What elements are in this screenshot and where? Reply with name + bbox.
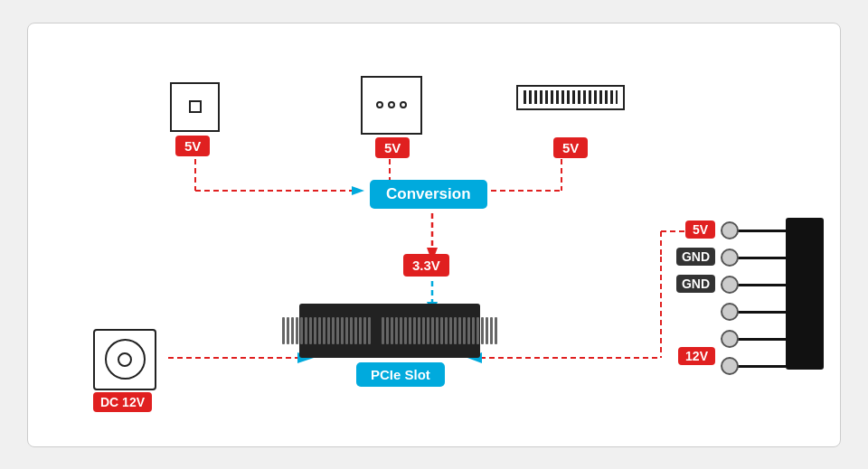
connector-line-4 <box>736 311 786 314</box>
badge-gnd1: GND <box>676 248 715 266</box>
badge-5v-right: 5V <box>553 137 588 158</box>
badge-33v: 3.3V <box>403 254 449 277</box>
diagram-container: 5V 5V 5V Conversion 3.3V <box>27 23 841 447</box>
badge-5v-center: 5V <box>375 137 410 158</box>
badge-dc12v: DC 12V <box>93 392 152 412</box>
connector-body <box>786 218 824 370</box>
connector-line-6 <box>736 365 786 368</box>
dc12v-icon <box>93 329 156 390</box>
pin-3 <box>721 276 739 294</box>
connector-line-3 <box>736 284 786 286</box>
badge-5v-connector: 5V <box>685 220 715 239</box>
device-icon-center <box>361 76 422 135</box>
device-icon-right <box>516 85 625 110</box>
badge-12v: 12V <box>678 347 715 365</box>
pin-6 <box>721 357 739 375</box>
conversion-badge: Conversion <box>370 180 487 209</box>
pcie-slot <box>299 304 480 358</box>
connector-line-5 <box>736 338 786 341</box>
pcie-slot-label: PCIe Slot <box>356 362 445 387</box>
pin-1 <box>721 221 739 239</box>
pin-2 <box>721 249 739 267</box>
pin-5 <box>721 330 739 348</box>
pin-4 <box>721 303 739 321</box>
badge-gnd2: GND <box>676 275 715 293</box>
badge-5v-left: 5V <box>175 136 210 156</box>
connector-line-2 <box>736 257 786 259</box>
connector-line-1 <box>736 230 786 232</box>
device-icon-left <box>170 82 220 132</box>
svg-marker-2 <box>352 186 364 195</box>
